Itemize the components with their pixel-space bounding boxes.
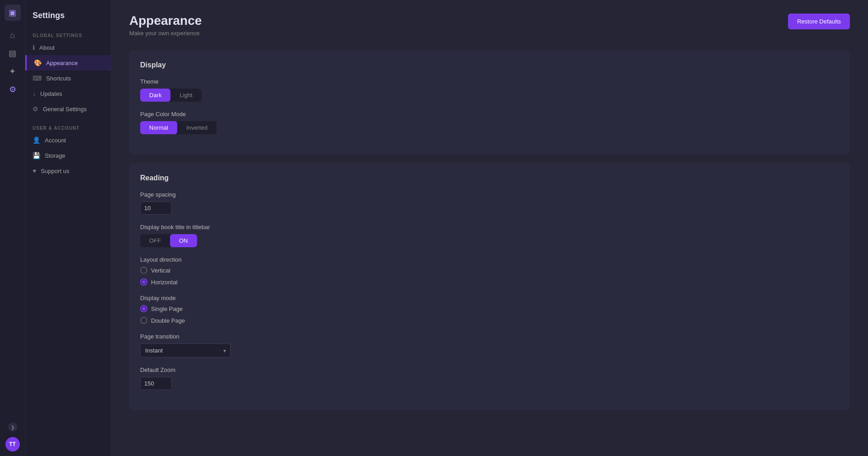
theme-light-button[interactable]: Light — [170, 89, 201, 102]
theme-row: Theme Dark Light — [140, 78, 839, 102]
layout-direction-radio-group: Vertical Horizontal — [140, 267, 839, 286]
display-title-toggle-group: OFF ON — [140, 234, 197, 247]
display-mode-row: Display mode Single Page Double Page — [140, 295, 839, 324]
display-mode-single-label: Single Page — [151, 306, 183, 312]
sidebar-item-support[interactable]: ♥ Support us — [25, 163, 111, 179]
global-section-label: GLOBAL SETTINGS — [25, 29, 111, 40]
page-transition-select[interactable]: Instant Slide Fade — [140, 343, 231, 357]
plugins-nav-button[interactable]: ✦ — [5, 63, 21, 80]
page-color-mode-label: Page Color Mode — [140, 111, 839, 118]
page-header: Appearance Make your own experience Rest… — [129, 14, 850, 37]
restore-defaults-button[interactable]: Restore Defaults — [788, 14, 850, 29]
page-color-normal-button[interactable]: Normal — [140, 121, 177, 134]
theme-label: Theme — [140, 78, 839, 85]
shortcuts-icon: ⌨ — [33, 75, 42, 82]
reading-card: Reading Page spacing ▲ ▼ Display book ti… — [129, 163, 850, 410]
layout-vertical-radio[interactable] — [140, 267, 147, 274]
default-zoom-input[interactable] — [141, 377, 172, 390]
expand-sidebar-button[interactable]: ❯ — [8, 423, 17, 432]
theme-toggle-group: Dark Light — [140, 89, 202, 102]
user-section-label: USER & ACCOUNT — [25, 122, 111, 132]
display-card-title: Display — [140, 61, 839, 69]
support-icon: ♥ — [33, 167, 36, 174]
page-spacing-label: Page spacing — [140, 191, 839, 198]
layout-direction-label: Layout direction — [140, 256, 839, 263]
page-spacing-row: Page spacing ▲ ▼ — [140, 191, 839, 215]
icon-bar: ▣ ⌂ ▤ ✦ ⚙ ❯ TT — [0, 0, 25, 456]
theme-dark-button[interactable]: Dark — [140, 89, 170, 102]
display-card: Display Theme Dark Light Page Color Mode… — [129, 50, 850, 154]
display-mode-single-radio[interactable] — [140, 305, 147, 312]
display-mode-double-option[interactable]: Double Page — [140, 317, 839, 324]
avatar[interactable]: TT — [5, 437, 20, 451]
sidebar-item-shortcuts-label: Shortcuts — [46, 75, 71, 82]
layout-horizontal-option[interactable]: Horizontal — [140, 278, 839, 286]
updates-icon: ↓ — [33, 90, 36, 97]
logo-icon: ▣ — [9, 8, 16, 18]
sidebar-title: Settings — [25, 7, 111, 29]
sidebar-item-shortcuts[interactable]: ⌨ Shortcuts — [25, 71, 111, 86]
page-subtitle: Make your own experience — [129, 30, 202, 37]
general-settings-icon: ⚙ — [33, 105, 38, 113]
display-mode-double-label: Double Page — [151, 317, 185, 324]
page-color-toggle-group: Normal Inverted — [140, 121, 217, 134]
appearance-icon: 🎨 — [34, 59, 42, 66]
layout-horizontal-radio[interactable] — [140, 278, 147, 286]
sidebar-item-storage-label: Storage — [45, 152, 66, 159]
page-transition-select-wrapper: Instant Slide Fade ▼ — [140, 343, 231, 357]
app-logo[interactable]: ▣ — [5, 5, 21, 21]
sidebar-item-general-settings-label: General Settings — [43, 106, 87, 113]
layout-direction-row: Layout direction Vertical Horizontal — [140, 256, 839, 286]
reading-card-title: Reading — [140, 174, 839, 182]
layout-vertical-option[interactable]: Vertical — [140, 267, 839, 274]
page-transition-row: Page transition Instant Slide Fade ▼ — [140, 333, 839, 357]
default-zoom-spinner[interactable]: ▲ ▼ — [140, 377, 172, 390]
page-transition-label: Page transition — [140, 333, 839, 340]
display-mode-label: Display mode — [140, 295, 839, 301]
sidebar-item-storage[interactable]: 💾 Storage — [25, 148, 111, 163]
account-icon: 👤 — [33, 136, 40, 144]
sidebar-item-support-label: Support us — [41, 168, 69, 174]
display-mode-radio-group: Single Page Double Page — [140, 305, 839, 324]
sidebar-item-account-label: Account — [45, 137, 66, 144]
display-title-row: Display book title in titlebar OFF ON — [140, 224, 839, 247]
page-header-text: Appearance Make your own experience — [129, 14, 202, 37]
sidebar-item-about-label: About — [39, 44, 55, 51]
main-content: Appearance Make your own experience Rest… — [111, 0, 868, 456]
page-spacing-spinner[interactable]: ▲ ▼ — [140, 202, 172, 215]
display-mode-double-radio[interactable] — [140, 317, 147, 324]
page-spacing-input[interactable] — [141, 202, 172, 214]
default-zoom-label: Default Zoom — [140, 367, 839, 373]
page-title: Appearance — [129, 14, 202, 28]
sidebar: Settings GLOBAL SETTINGS ℹ About 🎨 Appea… — [25, 0, 111, 456]
sidebar-item-about[interactable]: ℹ About — [25, 40, 111, 55]
sidebar-item-updates-label: Updates — [40, 90, 62, 97]
sidebar-item-account[interactable]: 👤 Account — [25, 132, 111, 148]
display-title-on-button[interactable]: ON — [170, 234, 197, 247]
layout-vertical-label: Vertical — [151, 267, 170, 274]
display-title-off-button[interactable]: OFF — [140, 234, 170, 247]
display-mode-single-option[interactable]: Single Page — [140, 305, 839, 312]
settings-nav-button[interactable]: ⚙ — [5, 81, 21, 98]
sidebar-item-general-settings[interactable]: ⚙ General Settings — [25, 101, 111, 117]
default-zoom-row: Default Zoom ▲ ▼ — [140, 367, 839, 390]
library-nav-button[interactable]: ▤ — [5, 45, 21, 61]
page-color-inverted-button[interactable]: Inverted — [177, 121, 217, 134]
layout-horizontal-label: Horizontal — [151, 279, 178, 286]
page-color-mode-row: Page Color Mode Normal Inverted — [140, 111, 839, 134]
storage-icon: 💾 — [33, 152, 40, 159]
about-icon: ℹ — [33, 44, 35, 51]
display-title-label: Display book title in titlebar — [140, 224, 839, 230]
sidebar-item-updates[interactable]: ↓ Updates — [25, 86, 111, 101]
sidebar-item-appearance[interactable]: 🎨 Appearance — [25, 55, 111, 71]
sidebar-item-appearance-label: Appearance — [46, 60, 78, 66]
home-nav-button[interactable]: ⌂ — [5, 27, 21, 43]
